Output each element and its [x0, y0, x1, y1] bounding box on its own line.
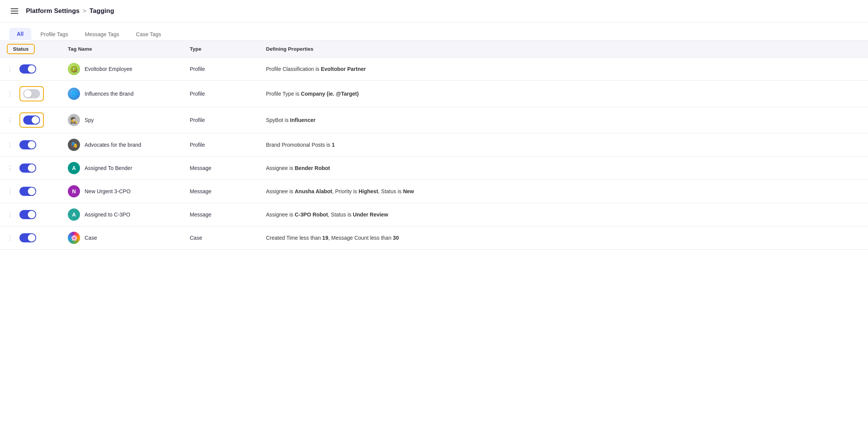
defining-props-cell-6: Assignee is Anusha Alabot, Priority is H…: [259, 180, 868, 203]
drag-handle[interactable]: ⋮: [7, 141, 16, 149]
status-cell-1: ⋮: [0, 58, 61, 81]
tag-name-text: New Urgent 3-CPO: [85, 188, 131, 194]
defining-props-cell-4: Brand Promotional Posts is 1: [259, 133, 868, 157]
tabs-bar: All Profile Tags Message Tags Case Tags: [0, 22, 868, 41]
drag-handle[interactable]: ⋮: [7, 234, 16, 242]
toggle-8[interactable]: [19, 233, 36, 242]
tag-name-cell-4: 🎭Advocates for the brand: [61, 133, 183, 157]
table-row: ⋮AAssigned to C-3POMessageAssignee is C-…: [0, 203, 868, 226]
defining-props-cell-8: Created Time less than 19, Message Count…: [259, 226, 868, 250]
column-header-type: Type: [183, 41, 259, 58]
tag-type-cell-1: Profile: [183, 58, 259, 81]
tag-icon-letter: N: [68, 185, 80, 197]
breadcrumb-separator: >: [83, 7, 86, 15]
defining-props-cell-2: Profile Type is Company (ie. @Target): [259, 81, 868, 107]
drag-handle[interactable]: ⋮: [7, 211, 16, 218]
table-row: ⋮🌐Influences the BrandProfileProfile Typ…: [0, 81, 868, 107]
tab-all[interactable]: All: [9, 28, 31, 41]
toggle-1[interactable]: [19, 64, 36, 74]
tag-name-text: Spy: [85, 117, 94, 123]
tab-case-tags[interactable]: Case Tags: [128, 28, 169, 40]
status-cell-6: ⋮: [0, 180, 61, 203]
tag-type-cell-6: Message: [183, 180, 259, 203]
tag-type-cell-2: Profile: [183, 81, 259, 107]
drag-handle[interactable]: ⋮: [7, 165, 16, 172]
table-row: ⋮🕵️SpyProfileSpyBot is Influencer: [0, 107, 868, 133]
tag-type-cell-7: Message: [183, 203, 259, 226]
tags-table-container: Status Tag Name Type Defining Properties…: [0, 41, 868, 250]
column-header-defining-properties: Defining Properties: [259, 41, 868, 58]
toggle-4[interactable]: [19, 140, 36, 149]
tag-type-cell-3: Profile: [183, 107, 259, 133]
tag-name-text: Influences the Brand: [85, 91, 133, 97]
tag-name-cell-7: AAssigned to C-3PO: [61, 203, 183, 226]
app-header: Platform Settings > Tagging: [0, 0, 868, 22]
status-cell-7: ⋮: [0, 203, 61, 226]
column-header-status: Status: [0, 41, 61, 58]
breadcrumb: Platform Settings > Tagging: [26, 7, 114, 15]
drag-handle[interactable]: ⋮: [7, 188, 16, 195]
tag-icon-globe: 🌐: [68, 88, 80, 100]
drag-handle[interactable]: ⋮: [7, 117, 16, 124]
tag-icon-advocate: 🎭: [68, 139, 80, 151]
status-cell-2: ⋮: [0, 81, 61, 107]
table-header-row: Status Tag Name Type Defining Properties: [0, 41, 868, 58]
tag-icon-letter: A: [68, 208, 80, 221]
status-cell-4: ⋮: [0, 133, 61, 157]
defining-props-cell-1: Profile Classification is Evoltobor Part…: [259, 58, 868, 81]
table-row: ⋮🎭Advocates for the brandProfileBrand Pr…: [0, 133, 868, 157]
toggle-3[interactable]: [23, 115, 40, 125]
tag-icon-case: 🌸: [68, 232, 80, 244]
tag-type-cell-5: Message: [183, 157, 259, 180]
toggle-5[interactable]: [19, 164, 36, 173]
tag-name-text: Evoltobor Employee: [85, 66, 132, 72]
toggle-7[interactable]: [19, 210, 36, 219]
defining-props-cell-3: SpyBot is Influencer: [259, 107, 868, 133]
status-cell-3: ⋮: [0, 107, 61, 133]
defining-props-cell-7: Assignee is C-3PO Robot, Status is Under…: [259, 203, 868, 226]
tag-name-cell-8: 🌸Case: [61, 226, 183, 250]
table-row: ⋮🥝Evoltobor EmployeeProfileProfile Class…: [0, 58, 868, 81]
tag-name-cell-5: AAssigned To Bender: [61, 157, 183, 180]
drag-handle[interactable]: ⋮: [7, 90, 16, 98]
tag-name-cell-6: NNew Urgent 3-CPO: [61, 180, 183, 203]
status-cell-5: ⋮: [0, 157, 61, 180]
tag-name-cell-1: 🥝Evoltobor Employee: [61, 58, 183, 81]
tag-icon-kiwi: 🥝: [68, 63, 80, 75]
tag-type-cell-8: Case: [183, 226, 259, 250]
defining-props-cell-5: Assignee is Bender Robot: [259, 157, 868, 180]
toggle-2[interactable]: [23, 89, 40, 98]
tag-name-text: Case: [85, 235, 97, 241]
table-row: ⋮AAssigned To BenderMessageAssignee is B…: [0, 157, 868, 180]
tag-icon-spy: 🕵️: [68, 114, 80, 126]
drag-handle[interactable]: ⋮: [7, 66, 16, 73]
tab-message-tags[interactable]: Message Tags: [77, 28, 127, 40]
tag-name-text: Advocates for the brand: [85, 142, 141, 148]
tags-table: Status Tag Name Type Defining Properties…: [0, 41, 868, 250]
status-header-label: Status: [7, 44, 35, 54]
tag-icon-letter: A: [68, 162, 80, 174]
tag-name-cell-3: 🕵️Spy: [61, 107, 183, 133]
toggle-6[interactable]: [19, 187, 36, 196]
table-row: ⋮NNew Urgent 3-CPOMessageAssignee is Anu…: [0, 180, 868, 203]
tag-name-text: Assigned to C-3PO: [85, 212, 130, 218]
tab-profile-tags[interactable]: Profile Tags: [33, 28, 76, 40]
status-cell-8: ⋮: [0, 226, 61, 250]
menu-button[interactable]: [9, 7, 20, 15]
table-row: ⋮🌸CaseCaseCreated Time less than 19, Mes…: [0, 226, 868, 250]
breadcrumb-current: Tagging: [90, 7, 114, 15]
tag-type-cell-4: Profile: [183, 133, 259, 157]
tag-name-text: Assigned To Bender: [85, 165, 132, 171]
tag-name-cell-2: 🌐Influences the Brand: [61, 81, 183, 107]
breadcrumb-parent: Platform Settings: [26, 7, 80, 15]
column-header-tag-name: Tag Name: [61, 41, 183, 58]
